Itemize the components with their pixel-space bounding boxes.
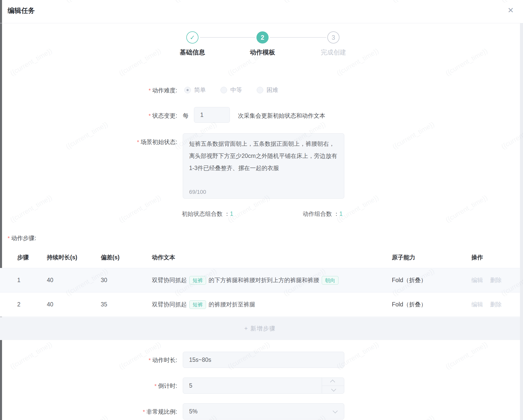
- duration-value: 15s~80s: [189, 356, 211, 363]
- cell-duration: 40: [47, 268, 53, 292]
- cell-operations: 编辑 删除: [471, 268, 502, 292]
- unusual-ratio-label: *非常规比例:: [10, 408, 177, 416]
- initial-state-label: *场景初始状态:: [10, 138, 177, 146]
- countdown-value: 5: [189, 382, 192, 389]
- required-marker: *: [149, 87, 151, 94]
- action-tag: 短裤: [189, 276, 206, 285]
- required-marker: *: [149, 113, 151, 119]
- cell-atomic-ability: Fold（折叠）: [392, 292, 427, 317]
- difficulty-label: *动作难度:: [10, 87, 177, 94]
- page-edge-strip: [0, 0, 2, 420]
- add-step-button[interactable]: + 新增步骤: [244, 325, 276, 332]
- radio-option-hard[interactable]: 困难: [257, 86, 278, 94]
- action-text-segment: 的下方裤腿和裤腰对折到上方的裤腿和裤腰: [209, 276, 319, 284]
- tab-step-action-template[interactable]: 动作模板: [232, 48, 293, 56]
- cell-deviation: 35: [101, 292, 107, 317]
- dialog-header: 编辑任务 ✕: [0, 0, 523, 23]
- tab-step-basic-info[interactable]: 基础信息: [162, 48, 223, 56]
- state-change-label: *状态变更:: [10, 112, 177, 120]
- step-number: 3: [332, 34, 335, 41]
- countdown-label: *倒计时:: [10, 382, 177, 390]
- page-title: 编辑任务: [8, 6, 35, 15]
- step-connector: [270, 37, 326, 38]
- chevron-down-icon: [333, 408, 338, 413]
- col-header-step: 步骤: [17, 247, 29, 268]
- action-text-segment: 的裤腰对折至裤腿: [209, 301, 255, 308]
- radio-option-medium[interactable]: 中等: [220, 86, 242, 94]
- radio-label: 中等: [230, 86, 242, 94]
- cell-duration: 40: [47, 292, 53, 317]
- state-change-input[interactable]: 1: [194, 107, 230, 123]
- step-number: 2: [261, 34, 264, 41]
- table-row: 2 40 35 双臂协同抓起 短裤 的裤腰对折至裤腿 Fold（折叠） 编辑 删…: [0, 292, 520, 317]
- cell-action-text: 双臂协同抓起 短裤 的下方裤腿和裤腰对折到上方的裤腿和裤腰 朝向: [152, 268, 338, 292]
- action-tag: 朝向: [322, 276, 338, 285]
- edit-link[interactable]: 编辑: [471, 276, 483, 284]
- step-1-check-icon: ✓: [186, 31, 198, 44]
- step-2-badge: 2: [256, 31, 269, 44]
- action-text-segment: 双臂协同抓起: [152, 276, 187, 284]
- action-tag: 短裤: [189, 300, 206, 309]
- required-marker: *: [8, 235, 10, 241]
- delete-link[interactable]: 删除: [490, 276, 502, 284]
- cell-operations: 编辑 删除: [471, 292, 502, 317]
- action-steps-label: *动作步骤:: [8, 234, 36, 242]
- duration-label: *动作时长:: [10, 356, 177, 364]
- initial-state-text: 短裤五条数据背面朝上，五条数据正面朝上，裤腰朝右，离头部视野下方至少20cm之外…: [189, 140, 337, 171]
- number-stepper: [322, 378, 344, 393]
- required-marker: *: [143, 409, 145, 415]
- initial-combo-count: 初始状态组合数 ：1: [182, 210, 233, 218]
- unusual-ratio-select[interactable]: 5%: [183, 403, 344, 419]
- scrollbar-track[interactable]: [520, 23, 523, 420]
- initial-combo-value: 1: [230, 211, 233, 217]
- action-combo-count: 动作组合数 ：1: [303, 210, 343, 218]
- radio-icon[interactable]: [220, 87, 227, 93]
- cell-action-text: 双臂协同抓起 短裤 的裤腰对折至裤腿: [152, 292, 255, 317]
- initial-state-textarea[interactable]: 短裤五条数据背面朝上，五条数据正面朝上，裤腰朝右，离头部视野下方至少20cm之外…: [183, 133, 344, 199]
- step-3-badge: 3: [327, 31, 339, 44]
- stepper-down-button[interactable]: [322, 386, 344, 394]
- edit-task-dialog: ({current_time})({current_time})({curren…: [0, 0, 523, 420]
- action-text-segment: 双臂协同抓起: [152, 301, 187, 308]
- state-change-prefix: 每: [183, 112, 189, 120]
- countdown-input[interactable]: 5: [183, 377, 344, 394]
- table-header-row: 步骤 持续时长(s) 偏差(s) 动作文本 原子能力 操作: [0, 247, 520, 268]
- chevron-up-icon: [330, 380, 335, 385]
- col-header-deviation: 偏差(s): [101, 247, 119, 268]
- cell-step: 1: [17, 268, 21, 292]
- difficulty-radio-group: 简单 中等 困难: [184, 86, 278, 94]
- radio-label: 简单: [194, 86, 206, 94]
- radio-label: 困难: [267, 86, 278, 94]
- col-header-duration: 持续时长(s): [47, 247, 77, 268]
- radio-selected-icon[interactable]: [184, 87, 191, 93]
- cell-step: 2: [17, 292, 21, 317]
- state-change-suffix: 次采集会更新初始状态和动作文本: [238, 112, 325, 120]
- radio-icon[interactable]: [257, 87, 263, 93]
- radio-option-easy[interactable]: 简单: [184, 86, 206, 94]
- step-connector: [200, 37, 255, 38]
- edit-link[interactable]: 编辑: [471, 301, 483, 308]
- table-row: 1 40 30 双臂协同抓起 短裤 的下方裤腿和裤腰对折到上方的裤腿和裤腰 朝向…: [0, 268, 520, 292]
- chevron-down-icon: [331, 387, 336, 392]
- state-change-value: 1: [200, 112, 204, 118]
- required-marker: *: [149, 357, 151, 363]
- unusual-ratio-value: 5%: [189, 408, 197, 415]
- check-icon: ✓: [190, 34, 195, 41]
- duration-input[interactable]: 15s~80s: [183, 352, 344, 368]
- col-header-ability: 原子能力: [392, 247, 415, 268]
- cell-atomic-ability: Fold（折叠）: [392, 268, 427, 292]
- col-header-action-text: 动作文本: [152, 247, 175, 268]
- close-icon[interactable]: ✕: [508, 7, 514, 14]
- cell-deviation: 30: [101, 268, 107, 292]
- required-marker: *: [154, 383, 157, 389]
- col-header-operations: 操作: [471, 247, 483, 268]
- delete-link[interactable]: 删除: [490, 301, 502, 308]
- required-marker: *: [137, 139, 139, 145]
- stepper-up-button[interactable]: [322, 378, 344, 386]
- tab-step-finish: 完成创建: [303, 48, 364, 56]
- char-counter: 69/100: [189, 189, 206, 195]
- action-combo-value: 1: [339, 211, 343, 217]
- add-step-row: + 新增步骤: [0, 317, 520, 340]
